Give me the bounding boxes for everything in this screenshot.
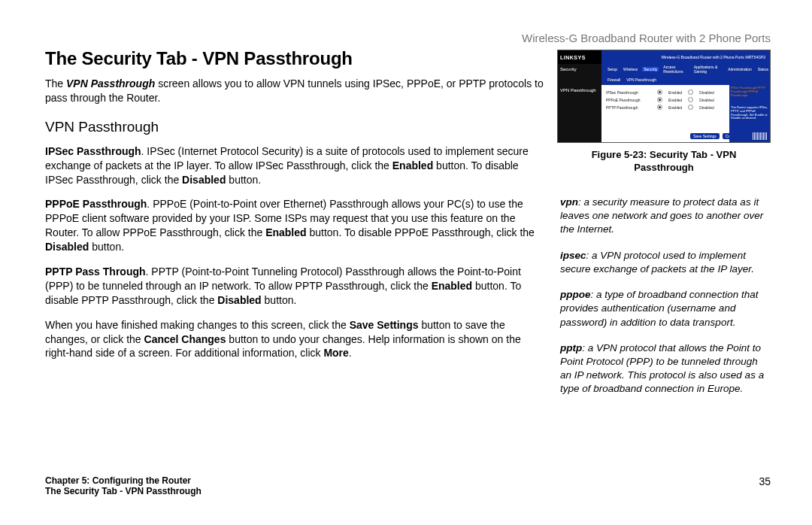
footer: Chapter 5: Configuring the Router The Se… <box>45 475 771 496</box>
footer-chapter: Chapter 5: Configuring the Router <box>45 475 771 486</box>
radio-icon <box>657 105 662 110</box>
fig-logo: LINKSYS <box>558 50 601 64</box>
fig-dis: Disabled <box>699 98 714 102</box>
pptp-paragraph: PPTP Pass Through. PPTP (Point-to-Point … <box>45 265 545 308</box>
figure-caption-l2: Passthrough <box>634 162 693 173</box>
disabled-word: Disabled <box>45 241 89 253</box>
fig-en: Enabled <box>668 98 682 102</box>
product-header: Wireless-G Broadband Router with 2 Phone… <box>522 32 771 44</box>
fig-nav-item: Access Restrictions <box>662 65 689 74</box>
ipsec-text3: button. <box>226 174 261 186</box>
enabled-word: Enabled <box>432 280 472 292</box>
ipsec-paragraph: IPSec Passthrough. IPSec (Internet Proto… <box>45 144 545 187</box>
definitions-column: vpn: a security measure to protect data … <box>560 196 771 408</box>
radio-icon <box>657 97 662 102</box>
fig-row-label: IPSec Passthrough <box>606 90 651 95</box>
pppoe-paragraph: PPPoE Passthrough. PPPoE (Point-to-Point… <box>45 197 545 254</box>
save-word: Save Settings <box>350 319 419 331</box>
fig-row-label: PPPoE Passthrough <box>606 98 651 102</box>
fig-left-label-1: Security <box>558 64 601 74</box>
pptp-text3: button. <box>262 294 297 306</box>
pppoe-label: PPPoE Passthrough <box>45 198 147 210</box>
intro-pre: The <box>45 77 66 90</box>
fig-row: PPTP Passthrough Enabled Disabled <box>606 105 714 110</box>
closing-text4: . <box>349 347 352 359</box>
fig-row: PPPoE Passthrough Enabled Disabled <box>606 97 714 102</box>
footer-page: 35 <box>759 475 771 487</box>
page-title: The Security Tab - VPN Passthrough <box>45 48 545 69</box>
def-term: pptp <box>560 342 582 354</box>
pptp-label: PPTP Pass Through <box>45 266 146 278</box>
fig-nav-item: Wireless <box>622 67 639 71</box>
fig-row-label: PPTP Passthrough <box>606 105 651 110</box>
enabled-word: Enabled <box>265 226 306 238</box>
fig-nav-item: Setup <box>606 67 619 71</box>
radio-icon <box>688 105 693 110</box>
figure-caption-l1: Figure 5-23: Security Tab - VPN <box>592 149 737 160</box>
cancel-word: Cancel Changes <box>144 333 226 345</box>
pppoe-text3: button. <box>89 241 124 253</box>
footer-subline: The Security Tab - VPN Passthrough <box>45 486 771 496</box>
pppoe-text2: button. To disable PPPoE Passthrough, cl… <box>307 226 535 238</box>
fig-en: Enabled <box>668 105 682 110</box>
fig-dis: Disabled <box>699 90 714 95</box>
fig-side-text: The Router supports IPSec, PPTP, and PPP… <box>731 106 768 120</box>
def-pppoe: pppoe: a type of broadband connection th… <box>560 288 771 329</box>
fig-nav: Setup Wireless Security Access Restricti… <box>601 64 770 85</box>
fig-side-top: IPSec Passthrough PPTP Passthrough PPPoE… <box>729 85 770 106</box>
section-heading: VPN Passthrough <box>45 119 545 135</box>
closing-text1: When you have finished making changes to… <box>45 319 350 331</box>
def-body: : a VPN protocol used to implement secur… <box>560 250 754 275</box>
def-term: ipsec <box>560 250 586 261</box>
closing-paragraph: When you have finished making changes to… <box>45 318 545 361</box>
def-term: pppoe <box>560 289 591 300</box>
fig-subnav-item: Firewall <box>606 77 622 82</box>
intro-paragraph: The VPN Passthrough screen allows you to… <box>45 77 545 105</box>
cisco-icon <box>753 132 768 140</box>
fig-banner: Wireless-G Broadband Router with 2 Phone… <box>601 50 770 64</box>
def-term: vpn <box>560 196 578 208</box>
fig-nav-item: Status <box>756 67 770 71</box>
fig-nav-item: Security <box>642 67 659 71</box>
disabled-word: Disabled <box>182 174 226 186</box>
def-body: : a security measure to protect data as … <box>560 196 763 235</box>
radio-icon <box>657 90 662 95</box>
enabled-word: Enabled <box>392 159 433 171</box>
fig-left-label-2: VPN Passthrough <box>558 85 601 96</box>
def-pptp: pptp: a VPN protocol that allows the Poi… <box>560 341 771 396</box>
more-word: More <box>323 347 348 359</box>
fig-row: IPSec Passthrough Enabled Disabled <box>606 90 714 95</box>
radio-icon <box>688 97 693 102</box>
figure: LINKSYS Wireless-G Broadband Router with… <box>557 50 771 174</box>
fig-nav-item: Administration <box>726 67 753 71</box>
fig-sidebar: IPSec Passthrough PPTP Passthrough PPPoE… <box>729 85 770 142</box>
figure-caption: Figure 5-23: Security Tab - VPN Passthro… <box>557 149 771 174</box>
fig-save-button: Save Settings <box>690 133 720 139</box>
fig-en: Enabled <box>668 90 682 95</box>
fig-dis: Disabled <box>699 105 714 110</box>
fig-nav-item: Applications & Gaming <box>692 65 723 74</box>
ipsec-label: IPSec Passthrough <box>45 145 141 157</box>
def-body: : a VPN protocol that allows the Point t… <box>560 342 764 395</box>
radio-icon <box>688 90 693 95</box>
intro-term: VPN Passthrough <box>66 77 155 90</box>
disabled-word: Disabled <box>217 294 261 306</box>
figure-screenshot: LINKSYS Wireless-G Broadband Router with… <box>557 50 771 143</box>
def-vpn: vpn: a security measure to protect data … <box>560 196 771 237</box>
fig-left-column: Security VPN Passthrough <box>558 64 601 142</box>
fig-subnav-item: VPN Passthrough <box>625 77 658 82</box>
def-ipsec: ipsec: a VPN protocol used to implement … <box>560 249 771 276</box>
